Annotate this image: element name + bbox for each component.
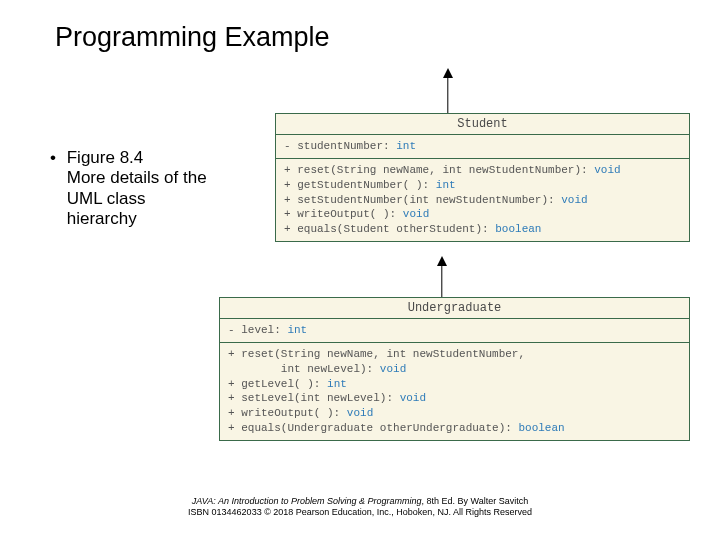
- bullet-line2: More details of the UML class hierarchy: [67, 168, 207, 228]
- uml-undergrad-attrs: - level: int: [228, 323, 681, 338]
- page-title: Programming Example: [55, 22, 330, 53]
- uml-undergrad-ops: + reset(String newName, int newStudentNu…: [228, 347, 681, 436]
- figure-bullet: • Figure 8.4 More details of the UML cla…: [50, 148, 230, 230]
- uml-class-student: Student - studentNumber: int + reset(Str…: [275, 113, 690, 242]
- bullet-line1: Figure 8.4: [67, 148, 144, 167]
- footer-book-title: JAVA: An Introduction to Problem Solving…: [192, 496, 422, 506]
- uml-class-undergraduate: Undergraduate - level: int + reset(Strin…: [219, 297, 690, 441]
- uml-student-attrs: - studentNumber: int: [284, 139, 681, 154]
- uml-student-ops: + reset(String newName, int newStudentNu…: [284, 163, 681, 237]
- footer-edition: , 8th Ed. By Walter Savitch: [422, 496, 529, 506]
- bullet-dot: •: [50, 148, 62, 168]
- uml-student-name: Student: [276, 114, 689, 135]
- slide-footer: JAVA: An Introduction to Problem Solving…: [0, 496, 720, 519]
- uml-undergrad-name: Undergraduate: [220, 298, 689, 319]
- footer-copyright: ISBN 0134462033 © 2018 Pearson Education…: [188, 507, 532, 517]
- bullet-text: Figure 8.4 More details of the UML class…: [67, 148, 217, 230]
